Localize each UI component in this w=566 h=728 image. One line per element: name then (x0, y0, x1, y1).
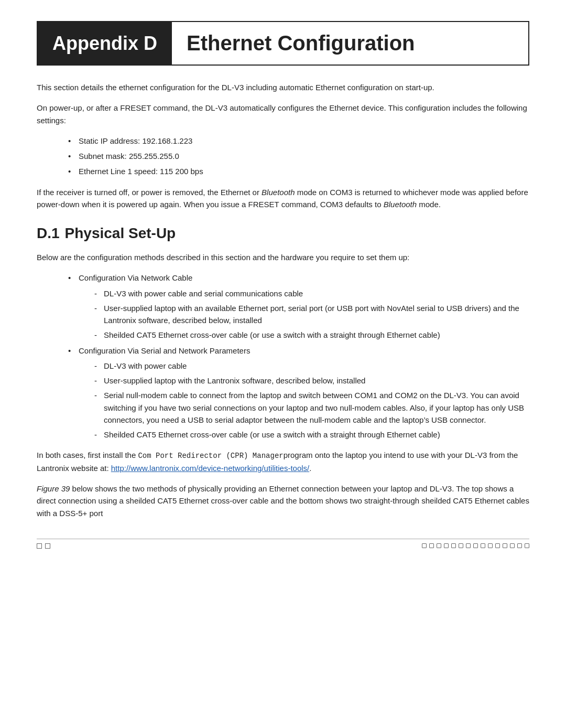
footer-dot (466, 543, 471, 548)
lantronix-link[interactable]: http://www.lantronix.com/device-networki… (111, 464, 310, 473)
footer-square-2 (45, 543, 50, 549)
intro-para3-italic: Bluetooth (262, 188, 295, 197)
section-d1-heading: D.1Physical Set-Up (37, 225, 529, 242)
footer-square-1 (37, 543, 42, 549)
config-list: Configuration Via Network Cable DL-V3 wi… (68, 272, 529, 441)
list-item: DL-V3 with power cable (94, 360, 529, 372)
list-item: Static IP address: 192.168.1.223 (68, 135, 529, 147)
list-item-serial: Configuration Via Serial and Network Par… (68, 345, 529, 441)
footer-dot (473, 543, 478, 548)
network-sub-list: DL-V3 with power cable and serial commun… (94, 287, 529, 341)
intro-para3: If the receiver is turned off, or power … (37, 186, 529, 211)
serial-sub-list: DL-V3 with power cable User-supplied lap… (94, 360, 529, 441)
intro-para2: On power-up, or after a FRESET command, … (37, 102, 529, 126)
footer-dot (459, 543, 463, 548)
footer-dot (488, 543, 493, 548)
list-item: DL-V3 with power cable and serial commun… (94, 287, 529, 299)
page: Appendix D Ethernet Configuration This s… (0, 0, 566, 559)
list-item: Sheilded CAT5 Ethernet cross-over cable … (94, 329, 529, 341)
footer-dot (422, 543, 427, 548)
config-serial-label: Configuration Via Serial and Network Par… (79, 346, 250, 355)
list-item: Ethernet Line 1 speed: 115 200 bps (68, 165, 529, 177)
section-title: Physical Set-Up (65, 225, 176, 241)
list-item: Sheilded CAT5 Ethernet cross-over cable … (94, 429, 529, 441)
footer-dot (444, 543, 449, 548)
footer-dot (481, 543, 485, 548)
list-item-network: Configuration Via Network Cable DL-V3 wi… (68, 272, 529, 341)
list-item: Subnet mask: 255.255.255.0 (68, 150, 529, 162)
d1-para3-text: below shows the two methods of physicall… (37, 484, 529, 518)
intro-para3-italic2: Bluetooth (384, 200, 417, 209)
footer-right (422, 543, 529, 548)
list-item: User-supplied laptop with the Lantronix … (94, 374, 529, 387)
footer-left (37, 543, 50, 549)
footer-dot (451, 543, 456, 548)
settings-list: Static IP address: 192.168.1.223 Subnet … (68, 135, 529, 178)
header-bar: Appendix D Ethernet Configuration (37, 21, 529, 66)
page-title: Ethernet Configuration (172, 22, 528, 65)
list-item: Serial null-modem cable to connect from … (94, 389, 529, 426)
footer-dot (510, 543, 515, 548)
appendix-label: Appendix D (38, 22, 172, 65)
intro-para1: This section details the ethernet config… (37, 81, 529, 93)
footer-dot (429, 543, 434, 548)
footer-dot (503, 543, 507, 548)
config-network-label: Configuration Via Network Cable (79, 273, 192, 282)
section-num: D.1 (37, 225, 60, 241)
d1-para1: Below are the configuration methods desc… (37, 251, 529, 263)
figure-ref: Figure 39 (37, 484, 70, 493)
footer-dot (437, 543, 441, 548)
d1-para2-mono: Com Port Redirector (CPR) Manager (138, 452, 283, 460)
d1-para3: Figure 39 below shows the two methods of… (37, 483, 529, 519)
intro-para3-prefix: If the receiver is turned off, or power … (37, 188, 262, 197)
footer (37, 539, 529, 549)
footer-dot (525, 543, 529, 548)
d1-para2-suffix: . (309, 464, 311, 473)
d1-para2: In both cases, first install the Com Por… (37, 449, 529, 474)
list-item: User-supplied laptop with an available E… (94, 302, 529, 327)
footer-dot (495, 543, 500, 548)
d1-para2-prefix: In both cases, first install the (37, 451, 138, 459)
footer-dot (517, 543, 522, 548)
intro-para3-suffix: mode. (417, 200, 441, 209)
